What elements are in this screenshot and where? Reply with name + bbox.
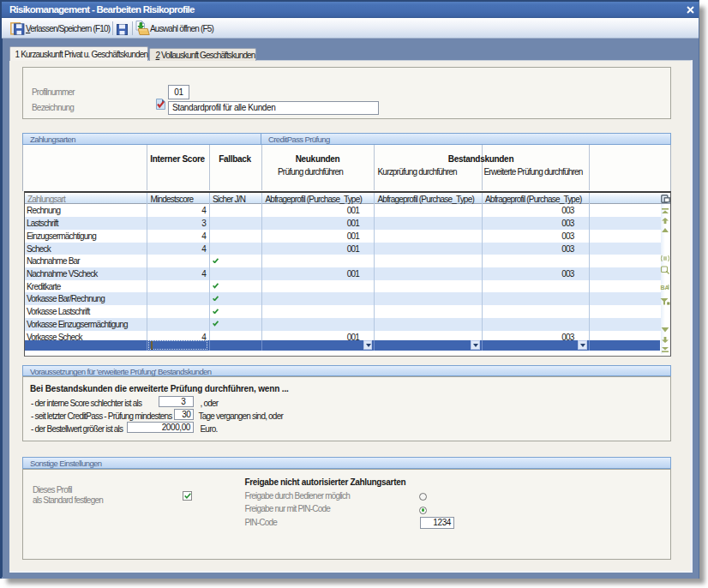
svg-text:BA: BA	[661, 285, 669, 291]
